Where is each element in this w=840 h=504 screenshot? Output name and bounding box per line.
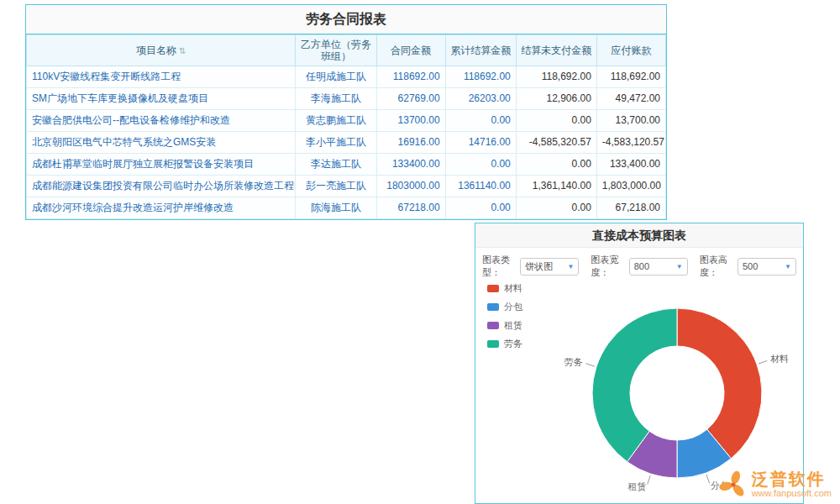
table-cell: 0.00 <box>516 197 596 219</box>
project-name-cell[interactable]: 安徽合肥供电公司--配电设备检修维护和改造 <box>27 110 296 132</box>
table-cell: 0.00 <box>445 154 516 176</box>
table-cell: 118,692.00 <box>516 66 596 88</box>
table-cell: 陈海施工队 <box>296 197 376 219</box>
chevron-down-icon: ▼ <box>785 263 791 270</box>
table-row: 成都杜甫草堂临时展厅独立展柜报警设备安装项目李达施工队133400.000.00… <box>27 154 666 176</box>
slice-label: 材料 <box>770 354 789 364</box>
project-name-cell[interactable]: 110kV安徽线程集变开断线路工程 <box>27 66 296 88</box>
table-cell: 0.00 <box>445 197 516 219</box>
table-row: SM广场地下车库更换摄像机及硬盘项目李海施工队62769.0026203.001… <box>27 88 666 110</box>
table-cell: 李达施工队 <box>296 154 376 176</box>
legend-item-1[interactable]: 分包 <box>487 301 522 313</box>
project-name-cell[interactable]: SM广场地下车库更换摄像机及硬盘项目 <box>27 88 296 110</box>
project-name-cell[interactable]: 成都能源建设集团投资有限公司临时办公场所装修改造工程EPC <box>27 176 296 197</box>
chart-area: 材料分包租赁劳务 <box>475 272 803 502</box>
chevron-down-icon: ▼ <box>676 263 683 270</box>
table-cell: -4,585,320.57 <box>516 132 596 154</box>
watermark-brand: 泛普软件 <box>752 470 832 488</box>
column-header: 乙方单位（劳务班组） <box>296 35 376 66</box>
watermark: 泛普软件 www.fanpusoft.com <box>719 470 832 499</box>
table-cell: 1,361,140.00 <box>516 176 596 197</box>
slice-label: 租赁 <box>628 481 647 491</box>
table-cell: 16916.00 <box>376 132 445 154</box>
fanpu-logo-icon <box>719 470 748 499</box>
legend-label: 租赁 <box>504 319 522 332</box>
pie-slice-0[interactable] <box>677 308 762 459</box>
table-cell: 49,472.00 <box>596 88 665 110</box>
legend-label: 分包 <box>504 301 522 313</box>
donut-chart: 材料分包租赁劳务 <box>475 272 803 502</box>
report-body: 110kV安徽线程集变开断线路工程任明成施工队118692.00118692.0… <box>27 66 666 219</box>
table-cell: 彭一亮施工队 <box>296 176 376 197</box>
table-cell: 黄志鹏施工队 <box>296 110 376 132</box>
table-cell: 14716.00 <box>445 132 516 154</box>
table-row: 安徽合肥供电公司--配电设备检修维护和改造黄志鹏施工队13700.000.000… <box>27 110 666 132</box>
table-cell: 118692.00 <box>445 66 516 88</box>
label-line <box>706 475 710 483</box>
table-cell: 0.00 <box>516 154 596 176</box>
legend-item-2[interactable]: 租赁 <box>487 319 522 332</box>
table-cell: 62769.00 <box>376 88 445 110</box>
label-line <box>759 360 767 364</box>
project-name-cell[interactable]: 北京朝阳区电气中芯特气系统之GMS安装 <box>27 132 296 154</box>
table-cell: 13,700.00 <box>596 110 665 132</box>
sort-icon[interactable]: ⇅ <box>179 46 186 55</box>
direct-cost-chart-panel: 直接成本预算图表 图表类型：饼状图▼图表宽度：800▼图表高度：500▼ 材料分… <box>475 223 804 504</box>
labor-contract-report: 劳务合同报表 项目名称⇅乙方单位（劳务班组）合同金额累计结算金额结算未支付金额应… <box>25 4 667 220</box>
table-cell: 1,803,000.00 <box>596 176 665 197</box>
chevron-down-icon: ▼ <box>567 263 574 270</box>
label-line <box>586 364 595 366</box>
table-cell: 67,218.00 <box>596 197 665 219</box>
legend-label: 劳务 <box>504 338 522 350</box>
legend-label: 材料 <box>504 282 522 295</box>
table-row: 成都能源建设集团投资有限公司临时办公场所装修改造工程EPC彭一亮施工队18030… <box>27 176 666 197</box>
watermark-text: 泛普软件 www.fanpusoft.com <box>752 470 832 499</box>
table-cell: 67218.00 <box>376 197 445 219</box>
column-header: 累计结算金额 <box>445 35 516 66</box>
project-name-cell[interactable]: 成都沙河环境综合提升改造运河护岸维修改造 <box>27 197 296 219</box>
table-cell: 118,692.00 <box>596 66 665 88</box>
table-cell: 133,400.00 <box>596 154 665 176</box>
table-row: 成都沙河环境综合提升改造运河护岸维修改造陈海施工队67218.000.000.0… <box>27 197 666 219</box>
legend-chip-icon <box>487 322 499 329</box>
report-header-row: 项目名称⇅乙方单位（劳务班组）合同金额累计结算金额结算未支付金额应付账款 <box>27 35 666 66</box>
table-cell: 任明成施工队 <box>296 66 376 88</box>
table-cell: 26203.00 <box>445 88 516 110</box>
table-cell: 12,906.00 <box>516 88 596 110</box>
table-cell: 0.00 <box>516 110 596 132</box>
legend-chip-icon <box>487 285 499 292</box>
table-cell: 1361140.00 <box>445 176 516 197</box>
table-row: 北京朝阳区电气中芯特气系统之GMS安装李小平施工队16916.0014716.0… <box>27 132 666 154</box>
legend-item-3[interactable]: 劳务 <box>487 338 522 350</box>
report-title: 劳务合同报表 <box>26 5 666 34</box>
table-row: 110kV安徽线程集变开断线路工程任明成施工队118692.00118692.0… <box>27 66 666 88</box>
column-header[interactable]: 项目名称⇅ <box>27 35 296 66</box>
select-value: 饼状图 <box>525 260 553 273</box>
legend-chip-icon <box>487 340 499 348</box>
table-cell: -4,583,120.57 <box>596 132 665 154</box>
table-cell: 1803000.00 <box>376 176 445 197</box>
table-cell: 118692.00 <box>376 66 445 88</box>
legend-item-0[interactable]: 材料 <box>487 282 522 295</box>
project-name-cell[interactable]: 成都杜甫草堂临时展厅独立展柜报警设备安装项目 <box>27 154 296 176</box>
table-cell: 0.00 <box>445 110 516 132</box>
chart-legend: 材料分包租赁劳务 <box>487 282 522 350</box>
column-header: 应付账款 <box>596 35 665 66</box>
chart-panel-title: 直接成本预算图表 <box>475 223 803 248</box>
slice-label: 劳务 <box>564 357 583 367</box>
report-table: 项目名称⇅乙方单位（劳务班组）合同金额累计结算金额结算未支付金额应付账款 110… <box>26 34 666 219</box>
watermark-url: www.fanpusoft.com <box>752 488 832 499</box>
table-cell: 李小平施工队 <box>296 132 376 154</box>
select-value: 500 <box>743 261 758 271</box>
label-line <box>648 475 650 484</box>
select-value: 800 <box>634 261 649 271</box>
table-cell: 133400.00 <box>376 154 445 176</box>
legend-chip-icon <box>487 303 499 311</box>
table-cell: 13700.00 <box>376 110 445 132</box>
table-cell: 李海施工队 <box>296 88 376 110</box>
column-header: 结算未支付金额 <box>516 35 596 66</box>
column-header: 合同金额 <box>376 35 445 66</box>
